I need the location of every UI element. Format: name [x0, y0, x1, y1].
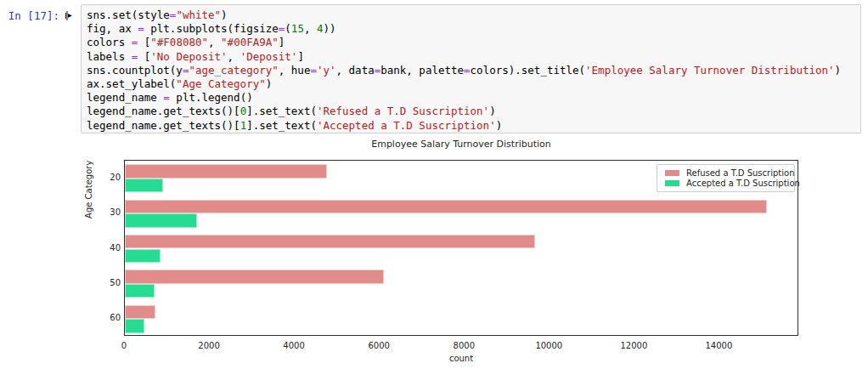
code-line: legend_name = plt.legend()	[87, 91, 855, 105]
legend-item-accepted: Accepted a T.D Suscription	[665, 179, 789, 189]
y-tick-40: 40	[90, 243, 121, 253]
x-tick-4000: 4000	[283, 341, 304, 350]
y-tick-50: 50	[90, 278, 121, 287]
run-cell-icon: ▶	[65, 9, 72, 21]
x-axis-label: count	[124, 354, 798, 363]
bar-20-accepted	[125, 179, 163, 193]
bar-40-refused	[125, 235, 535, 249]
code-line: legend_name.get_texts()[1].set_text('Acc…	[87, 119, 855, 133]
x-tick-12000: 12000	[620, 341, 647, 350]
legend-item-refused: Refused a T.D Suscription	[665, 167, 789, 178]
bar-40-accepted	[125, 249, 161, 264]
chart-title: Employee Salary Turnover Distribution	[124, 139, 798, 150]
bar-60-accepted	[125, 319, 144, 333]
code-input[interactable]: sns.set(style="white")fig, ax = plt.subp…	[81, 4, 861, 133]
code-line: colors = ["#F08080", "#00FA9A"]	[87, 36, 855, 49]
code-line: ax.set_ylabel("Age Category")	[87, 77, 855, 91]
legend-swatch-refused	[665, 170, 679, 176]
bar-60-refused	[125, 305, 155, 320]
code-lines: sns.set(style="white")fig, ax = plt.subp…	[87, 9, 855, 133]
jupyter-notebook-cell: In [17]: ▶ sns.set(style="white")fig, ax…	[0, 0, 868, 369]
x-tick-0: 0	[121, 341, 127, 350]
legend-label-accepted: Accepted a T.D Suscription	[686, 179, 800, 188]
legend-swatch-accepted	[665, 180, 679, 186]
code-line: sns.set(style="white")	[87, 9, 855, 22]
bar-50-accepted	[125, 284, 155, 298]
x-tick-6000: 6000	[368, 341, 389, 350]
code-line: fig, ax = plt.subplots(figsize=(15, 4))	[87, 22, 855, 36]
play-bar-icon	[66, 11, 68, 20]
plot-area: Refused a T.D Suscription Accepted a T.D…	[124, 160, 798, 336]
code-line: legend_name.get_texts()[0].set_text('Ref…	[87, 105, 855, 118]
code-line: labels = ['No Deposit', 'Deposit']	[87, 50, 855, 64]
bar-20-refused	[125, 164, 327, 179]
x-tick-8000: 8000	[454, 341, 475, 350]
bar-30-accepted	[125, 213, 197, 228]
y-tick-20: 20	[90, 173, 121, 182]
legend-label-refused: Refused a T.D Suscription	[686, 168, 794, 178]
y-tick-30: 30	[90, 207, 121, 217]
input-prompt: In [17]:	[7, 9, 59, 22]
x-tick-10000: 10000	[535, 341, 562, 350]
bar-30-refused	[125, 200, 767, 214]
x-tick-2000: 2000	[198, 341, 219, 350]
x-tick-14000: 14000	[705, 341, 732, 350]
bar-50-refused	[125, 270, 384, 284]
y-tick-60: 60	[90, 313, 121, 322]
code-line: sns.countplot(y="age_category", hue='y',…	[87, 64, 855, 77]
chart-legend: Refused a T.D Suscription Accepted a T.D…	[657, 164, 795, 192]
